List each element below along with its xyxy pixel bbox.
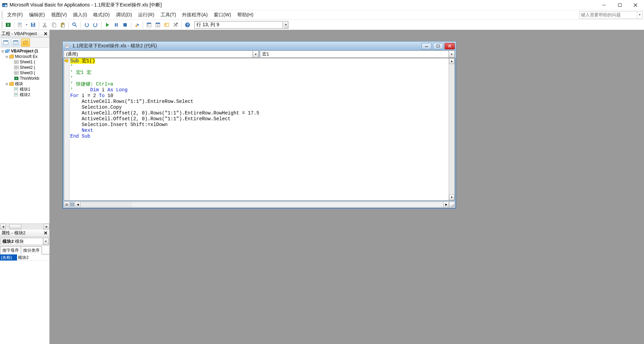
properties-pane-close-button[interactable]: ✕	[42, 229, 49, 237]
svg-marker-27	[106, 23, 109, 27]
menu-format[interactable]: 格式(O)	[90, 11, 113, 19]
code-object-combo[interactable]: (通用) ▼	[64, 50, 259, 58]
find-button[interactable]	[71, 21, 79, 29]
menu-view[interactable]: 视图(V)	[48, 11, 70, 19]
module-icon	[14, 87, 19, 92]
window-minimize-button[interactable]	[596, 0, 612, 10]
properties-window-button[interactable]	[154, 21, 162, 29]
properties-object-combo[interactable]: 模块2 模块 ▼	[1, 238, 49, 245]
tree-module2[interactable]: 模块2	[0, 92, 49, 97]
insert-module-button[interactable]	[16, 21, 24, 29]
tree-sheet1[interactable]: Sheet1 (	[0, 59, 49, 65]
svg-rect-30	[123, 23, 127, 27]
help-search-dropdown[interactable]: ▼	[637, 11, 643, 19]
run-button[interactable]	[103, 21, 111, 29]
view-object-button[interactable]	[11, 38, 20, 47]
property-row-name[interactable]: (名称) 模块2	[0, 254, 49, 261]
window-title: Microsoft Visual Basic for Applications …	[10, 2, 596, 8]
save-button[interactable]	[29, 21, 37, 29]
code-procedure-combo[interactable]: 宏1 ▼	[260, 50, 455, 58]
window-close-button[interactable]	[628, 0, 643, 10]
tab-alphabetic[interactable]: 按字母序	[0, 246, 21, 254]
svg-rect-11	[19, 25, 21, 25]
paste-button[interactable]	[59, 21, 67, 29]
tree-modules-folder[interactable]: ⊟模块	[0, 81, 49, 87]
svg-rect-57	[14, 60, 18, 64]
toolbox-button[interactable]	[171, 21, 180, 29]
menu-file[interactable]: 文件(F)	[4, 11, 26, 19]
scroll-up-button[interactable]: ▲	[449, 58, 454, 64]
help-button[interactable]: ?	[183, 21, 192, 29]
svg-rect-38	[156, 23, 160, 24]
menu-insert[interactable]: 插入(I)	[70, 11, 90, 19]
tab-categorized[interactable]: 按分类序	[21, 246, 42, 254]
project-pane-title: 工程 - VBAProject ✕	[0, 30, 49, 37]
tree-project-root[interactable]: ⊟VBAProject (1	[0, 48, 49, 54]
sheet-icon	[14, 60, 19, 64]
tree-thisworkbook[interactable]: XThisWorkb	[0, 76, 49, 81]
folder-icon	[9, 54, 14, 59]
project-explorer-button[interactable]	[145, 21, 153, 29]
menu-edit[interactable]: 编辑(E)	[26, 11, 48, 19]
svg-rect-74	[14, 87, 18, 91]
tree-sheet2[interactable]: Sheet2 (	[0, 65, 49, 70]
code-window-titlebar[interactable]: 1.1用宏录下Excel操作.xls - 模块2 (代码)	[63, 42, 456, 50]
project-tree-hscroll[interactable]: ◀ ▶	[0, 224, 49, 230]
full-module-view-button[interactable]	[69, 202, 75, 207]
properties-grid[interactable]: (名称) 模块2	[0, 254, 49, 344]
svg-rect-34	[147, 23, 151, 24]
insert-module-dropdown[interactable]: ▼	[25, 21, 28, 29]
menu-debug[interactable]: 调试(D)	[113, 11, 135, 19]
cursor-position-dropdown[interactable]: ▼	[284, 21, 288, 29]
scroll-down-button[interactable]: ▼	[449, 194, 454, 200]
menu-window[interactable]: 窗口(W)	[211, 11, 234, 19]
project-tree[interactable]: ⊟VBAProject (1 ⊟Microsoft Ex Sheet1 ( Sh…	[0, 48, 49, 224]
design-mode-button[interactable]	[133, 21, 141, 29]
dropdown-icon[interactable]: ▼	[253, 51, 258, 58]
reset-button[interactable]	[121, 21, 129, 29]
code-editor[interactable]: Sub 宏1() ' ' 宏1 宏 ' ' 快捷键: Ctrl+a ' Dim …	[70, 58, 449, 200]
copy-button[interactable]	[50, 21, 58, 29]
redo-button[interactable]	[91, 21, 100, 29]
view-code-button[interactable]	[1, 38, 10, 47]
toggle-folders-button[interactable]	[21, 38, 30, 47]
property-name-value[interactable]: 模块2	[17, 254, 49, 261]
menubar-grip[interactable]	[1, 11, 3, 19]
tree-module1[interactable]: 模块1	[0, 87, 49, 92]
menu-help[interactable]: 帮助(H)	[234, 11, 256, 19]
dropdown-icon[interactable]: ▼	[43, 238, 48, 245]
svg-rect-91	[65, 204, 68, 204]
toolbar-grip[interactable]	[1, 21, 3, 29]
window-maximize-button[interactable]	[612, 0, 628, 10]
help-search-input[interactable]	[579, 11, 637, 19]
svg-line-32	[137, 24, 139, 26]
scroll-right-button[interactable]: ▶	[443, 202, 449, 207]
code-window-maximize-button[interactable]	[433, 43, 443, 49]
dropdown-icon[interactable]: ▼	[449, 51, 454, 58]
cut-button[interactable]	[41, 21, 49, 29]
code-margin[interactable]	[64, 58, 70, 200]
menu-addins[interactable]: 外接程序(A)	[179, 11, 211, 19]
break-button[interactable]	[112, 21, 120, 29]
code-window-close-button[interactable]	[445, 43, 455, 49]
code-vscroll[interactable]: ▲ ▼	[449, 58, 454, 200]
code-hscroll-track[interactable]	[80, 202, 132, 207]
menu-tools[interactable]: 工具(T)	[158, 11, 179, 19]
tree-sheet3[interactable]: Sheet3 (	[0, 70, 49, 76]
svg-rect-19	[53, 24, 56, 27]
scroll-right-button[interactable]: ▶	[44, 224, 49, 230]
code-window-minimize-button[interactable]	[421, 43, 432, 49]
code-window-resize-grip[interactable]	[449, 202, 455, 207]
scroll-left-button[interactable]: ◀	[0, 224, 6, 230]
project-pane-close-button[interactable]: ✕	[42, 30, 49, 37]
scroll-thumb[interactable]	[9, 224, 21, 229]
svg-marker-90	[65, 59, 69, 63]
scroll-left-button[interactable]: ◀	[75, 202, 80, 207]
tree-msexcel-folder[interactable]: ⊟Microsoft Ex	[0, 54, 49, 59]
undo-button[interactable]	[83, 21, 91, 29]
menu-run[interactable]: 运行(R)	[135, 11, 157, 19]
object-browser-button[interactable]	[163, 21, 171, 29]
view-excel-button[interactable]: X	[4, 21, 12, 29]
procedure-view-button[interactable]	[64, 202, 70, 207]
svg-rect-62	[14, 65, 18, 69]
